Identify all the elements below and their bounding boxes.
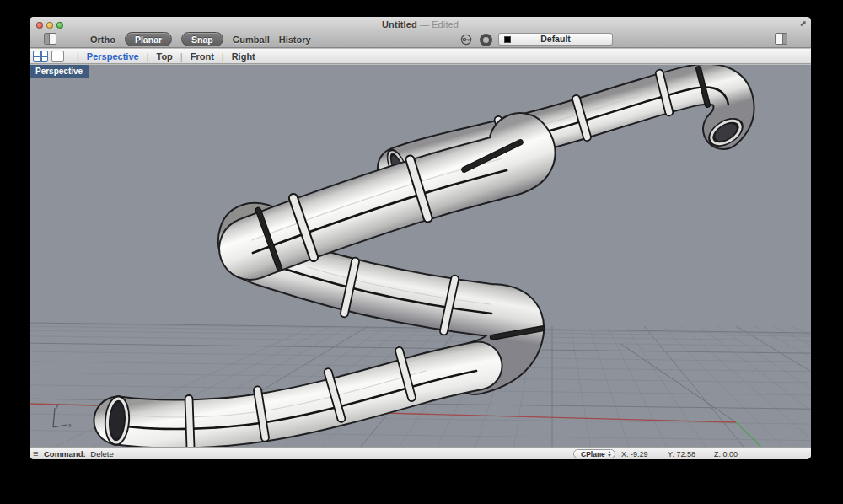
- display-mode-select[interactable]: Default: [498, 33, 613, 46]
- single-viewport-layout-icon[interactable]: [51, 51, 64, 62]
- circle-ring-icon[interactable]: [480, 34, 492, 46]
- title-bar: Untitled — Edited ⬈: [30, 17, 811, 31]
- toolbar: Ortho Planar Snap Gumball History Defaul…: [30, 31, 811, 48]
- left-sidebar-toggle-icon[interactable]: [44, 33, 56, 45]
- viewport-canvas: x y: [30, 65, 811, 447]
- color-swatch: [504, 36, 511, 43]
- coordinate-y: Y: 72.58: [668, 450, 695, 458]
- coordinate-z: Z: 0.00: [714, 450, 738, 458]
- tab-perspective[interactable]: Perspective: [87, 51, 139, 62]
- window-title: Untitled — Edited: [30, 19, 811, 29]
- tab-top[interactable]: Top: [156, 51, 172, 62]
- viewport-title-badge[interactable]: Perspective: [30, 65, 89, 78]
- four-viewport-layout-icon[interactable]: [33, 51, 48, 62]
- viewport-tab-bar: | Perspective | Top | Front | Right: [30, 49, 811, 64]
- tab-separator: |: [77, 51, 79, 62]
- cplane-dropdown[interactable]: CPlane: [573, 449, 615, 459]
- right-sidebar-toggle-icon[interactable]: [775, 33, 787, 45]
- ortho-button[interactable]: Ortho: [90, 35, 115, 45]
- tab-front[interactable]: Front: [191, 51, 214, 62]
- key-icon[interactable]: [460, 34, 472, 46]
- snap-button[interactable]: Snap: [181, 32, 223, 46]
- screen-background: Untitled — Edited ⬈ Ortho Planar Snap Gu…: [0, 0, 843, 504]
- world-axis-indicator: x y: [53, 402, 72, 428]
- edited-indicator: — Edited: [420, 19, 459, 29]
- command-value[interactable]: _Delete: [86, 449, 114, 458]
- fullscreen-icon[interactable]: ⬈: [800, 18, 807, 29]
- gumball-button[interactable]: Gumball: [233, 35, 270, 45]
- planar-button[interactable]: Planar: [125, 32, 172, 46]
- pipe-model: [103, 66, 749, 447]
- command-menu-icon[interactable]: ≡: [33, 448, 38, 458]
- perspective-viewport[interactable]: Perspective: [30, 65, 811, 447]
- coordinate-x: X: -9.29: [621, 450, 648, 458]
- history-button[interactable]: History: [279, 35, 311, 45]
- popup-arrows-icon: [608, 451, 611, 457]
- toolbar-toggles: Ortho Planar Snap Gumball History: [90, 31, 311, 47]
- tab-right[interactable]: Right: [232, 51, 255, 62]
- command-label: Command:: [44, 449, 86, 458]
- status-bar: ≡ Command: _Delete CPlane X: -9.29 Y: 72…: [30, 447, 811, 459]
- rhino-window: Untitled — Edited ⬈ Ortho Planar Snap Gu…: [30, 17, 811, 459]
- svg-text:y: y: [56, 402, 59, 409]
- svg-text:x: x: [68, 422, 72, 428]
